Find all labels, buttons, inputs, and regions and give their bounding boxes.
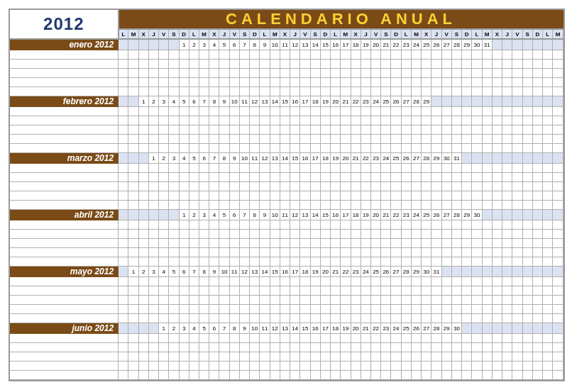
blank-cell [472, 125, 482, 135]
blank-cell [310, 69, 320, 78]
blank-cell [128, 334, 138, 343]
blank-cell [270, 334, 280, 343]
blank-cell [482, 116, 492, 125]
blank-cell [159, 173, 169, 182]
blank-cell [260, 173, 270, 182]
blank-cell [189, 352, 199, 362]
blank-cell [300, 60, 310, 69]
blank-cell [482, 201, 492, 210]
blank-cell [179, 135, 189, 144]
blank-cell [482, 107, 492, 116]
blank-cell [401, 296, 411, 305]
blank-cell [441, 286, 451, 296]
blank-cell [512, 314, 522, 323]
blank-cell [331, 125, 341, 135]
pad-cell [512, 96, 522, 107]
blank-cell [422, 371, 431, 380]
blank-cell [280, 305, 290, 314]
blank-cell [280, 220, 290, 230]
blank-cell [199, 371, 209, 380]
blank-cell [532, 135, 542, 144]
blank-cell [431, 296, 441, 305]
blank-cell [351, 125, 361, 135]
blank-cell [361, 60, 370, 69]
blank-cell [179, 125, 189, 135]
blank-cell [482, 305, 492, 314]
blank-cell [512, 50, 522, 60]
blank-cell [219, 69, 229, 78]
blank-cell [300, 305, 310, 314]
blank-cell [502, 87, 512, 96]
dow-header: M [553, 29, 563, 39]
blank-cell [502, 173, 512, 182]
blank-cell [148, 230, 158, 239]
blank-cell [553, 164, 563, 173]
day-cell: 12 [250, 96, 260, 107]
blank-cell [472, 352, 482, 362]
blank-cell [441, 314, 451, 323]
blank-cell [492, 201, 502, 210]
blank-cell [391, 164, 401, 173]
blank-cell [239, 201, 249, 210]
blank-cell [229, 116, 239, 125]
blank-cell [370, 173, 380, 182]
day-cell: 4 [179, 153, 189, 164]
day-cell: 14 [270, 96, 280, 107]
day-cell: 20 [341, 153, 351, 164]
blank-cell [351, 191, 361, 201]
dow-header: D [179, 29, 189, 39]
blank-cell [290, 125, 300, 135]
blank-cell [310, 87, 320, 96]
blank-cell [451, 286, 461, 296]
blank-side [10, 362, 119, 371]
blank-cell [381, 286, 391, 296]
day-cell: 29 [411, 267, 421, 277]
blank-cell [128, 173, 138, 182]
blank-cell [239, 144, 249, 153]
blank-cell [128, 362, 138, 371]
blank-cell [401, 314, 411, 323]
blank-cell [229, 78, 239, 87]
blank-cell [361, 305, 370, 314]
blank-cell [351, 60, 361, 69]
blank-cell [351, 78, 361, 87]
blank-cell [159, 116, 169, 125]
blank-cell [351, 334, 361, 343]
dow-header: D [250, 29, 260, 39]
day-cell: 6 [229, 210, 239, 220]
blank-cell [290, 314, 300, 323]
blank-cell [451, 182, 461, 191]
blank-cell [260, 239, 270, 248]
blank-cell [451, 305, 461, 314]
pad-cell [553, 267, 563, 277]
dow-header: D [391, 29, 401, 39]
day-cell: 3 [169, 153, 179, 164]
blank-cell [270, 191, 280, 201]
blank-cell [391, 352, 401, 362]
day-cell: 29 [441, 323, 451, 334]
blank-cell [310, 371, 320, 380]
blank-cell [370, 220, 380, 230]
blank-cell [310, 257, 320, 267]
blank-cell [522, 277, 532, 286]
pad-cell [512, 153, 522, 164]
blank-cell [441, 201, 451, 210]
blank-cell [320, 182, 330, 191]
blank-cell [250, 371, 260, 380]
blank-cell [381, 107, 391, 116]
pad-cell [128, 39, 138, 50]
blank-cell [239, 69, 249, 78]
blank-cell [209, 125, 219, 135]
blank-cell [128, 164, 138, 173]
blank-cell [219, 352, 229, 362]
blank-cell [119, 305, 128, 314]
day-cell: 20 [370, 39, 380, 50]
blank-cell [219, 78, 229, 87]
blank-cell [300, 173, 310, 182]
blank-cell [401, 50, 411, 60]
blank-cell [532, 277, 542, 286]
blank-cell [431, 60, 441, 69]
day-cell: 6 [199, 153, 209, 164]
blank-cell [381, 257, 391, 267]
blank-cell [219, 334, 229, 343]
